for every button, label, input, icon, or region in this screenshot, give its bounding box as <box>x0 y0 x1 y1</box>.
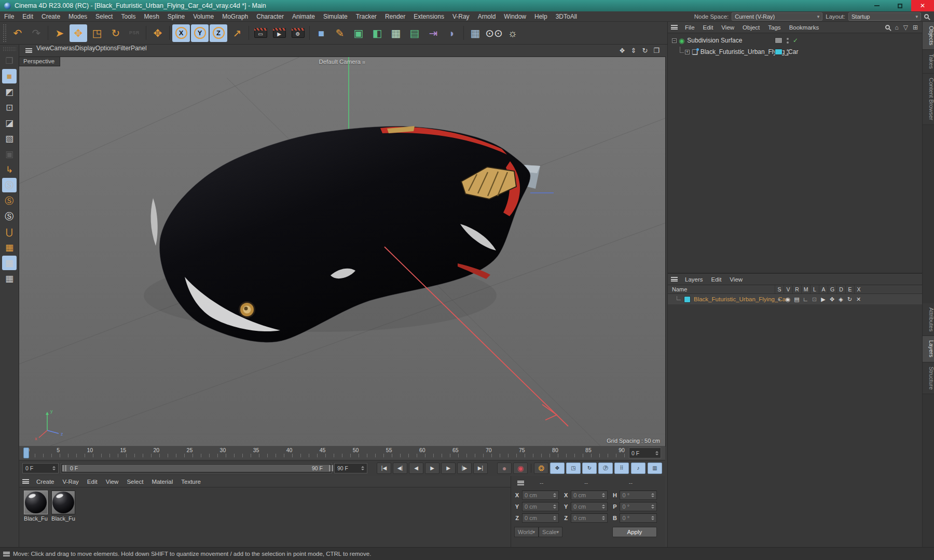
menu-item[interactable]: Select <box>91 11 117 21</box>
planar-workplane-button[interactable]: ▦ <box>2 271 17 286</box>
record-position-toggle[interactable]: ✥ <box>550 463 565 474</box>
current-frame-field[interactable]: 0 F <box>22 463 59 473</box>
menu-item[interactable]: Modes <box>64 11 91 21</box>
rotate-tool[interactable]: ↻ <box>107 24 125 42</box>
stepper-icon[interactable] <box>651 516 654 520</box>
menu-item[interactable]: Spline <box>163 11 189 21</box>
menu-item[interactable]: File <box>0 11 18 21</box>
live-selection-tool[interactable]: ➤ <box>51 24 68 42</box>
render-settings-button[interactable]: ⚙ <box>289 24 307 42</box>
menu-item[interactable]: View <box>725 274 747 285</box>
autokey-toggle[interactable]: ◉ <box>513 463 528 474</box>
play-button[interactable]: ▶ <box>425 463 439 474</box>
record-rotation-toggle[interactable]: ↻ <box>582 463 597 474</box>
model-mode-toggle[interactable]: ■ <box>2 69 17 83</box>
material-thumbnail[interactable]: Black_Fu <box>51 491 76 522</box>
next-key-button[interactable]: |▶ <box>457 463 472 474</box>
stepper-icon[interactable] <box>602 493 605 497</box>
menu-item[interactable]: V-Ray <box>59 476 83 487</box>
snap-toggle[interactable]: Ⓢ <box>2 178 17 192</box>
layout-select[interactable]: Startup ▾ <box>848 12 921 21</box>
layer-render-icon[interactable]: ▤ <box>792 294 801 304</box>
rotation-field[interactable]: 0 ° <box>620 502 656 511</box>
panel-tab[interactable]: Attributes <box>923 303 934 336</box>
size-field[interactable]: 0 cm <box>571 502 608 511</box>
polygon-mode-toggle[interactable]: ▧ <box>2 131 17 146</box>
texture-mode-toggle[interactable]: ◩ <box>2 85 17 99</box>
search-icon[interactable] <box>885 25 890 30</box>
panel-menu-icon[interactable] <box>671 25 678 30</box>
record-scale-toggle[interactable]: ◳ <box>566 463 581 474</box>
cloner-button[interactable]: ▤ <box>406 24 423 42</box>
stepper-icon[interactable] <box>553 505 556 509</box>
goto-end-button[interactable]: ▶| <box>473 463 488 474</box>
menu-item[interactable]: Mesh <box>140 11 163 21</box>
lock-y-axis-toggle[interactable]: Y <box>191 24 209 42</box>
apply-button[interactable]: Apply <box>612 527 657 537</box>
last-used-move-tool[interactable]: ✥ <box>149 24 167 42</box>
menu-item[interactable]: Cameras <box>50 45 75 57</box>
record-parameter-toggle[interactable]: Ⓟ <box>598 463 613 474</box>
lock-x-axis-toggle[interactable]: X <box>172 24 190 42</box>
panel-tab[interactable]: Objects <box>923 22 934 50</box>
menu-item[interactable]: File <box>681 22 699 33</box>
lock-z-axis-toggle[interactable]: Z <box>210 24 227 42</box>
menu-item[interactable]: Simulate <box>319 11 352 21</box>
prev-frame-button[interactable]: ◀ <box>409 463 423 474</box>
playhead[interactable] <box>23 447 29 458</box>
menu-item[interactable]: Material <box>147 476 177 487</box>
object-row-subdivision-surface[interactable]: − ◉ Subdivision Surface ✓ <box>668 35 922 46</box>
layer-manager-icon[interactable]: ∟ <box>801 294 810 304</box>
add-light-button[interactable]: ☼ <box>504 24 521 42</box>
position-field[interactable]: 0 cm <box>522 513 559 523</box>
menu-item[interactable]: Panel <box>131 45 147 57</box>
visibility-dots[interactable] <box>787 38 789 44</box>
timeline-ruler[interactable]: 051015202530354045505560657075808590 0 F <box>19 446 665 460</box>
edge-mode-toggle[interactable]: ◪ <box>2 116 17 130</box>
visibility-dots[interactable] <box>787 49 789 55</box>
menu-item[interactable]: Edit <box>18 11 37 21</box>
zoom-view-icon[interactable]: ⇕ <box>629 46 638 55</box>
layer-row[interactable]: Black_Futuristic_Urban_Flying_Car ●◉▤∟⊡▶… <box>668 294 922 304</box>
maximize-button[interactable] <box>888 0 911 11</box>
menu-item[interactable]: Edit <box>699 22 718 33</box>
node-space-select[interactable]: Current (V-Ray) ▾ <box>732 12 822 21</box>
stepper-icon[interactable] <box>553 493 556 497</box>
sound-toggle[interactable]: ♪ <box>631 463 645 474</box>
spline-pen-button[interactable]: ✎ <box>331 24 349 42</box>
keyframe-bars-toggle[interactable]: ▥ <box>648 463 662 474</box>
size-field[interactable]: 0 cm <box>571 513 608 523</box>
stepper-icon[interactable] <box>602 516 605 520</box>
collapse-icon[interactable]: − <box>672 38 677 43</box>
position-field[interactable]: 0 cm <box>522 491 559 500</box>
coord-space-select[interactable]: World ▾ <box>514 527 539 537</box>
stepper-icon[interactable] <box>651 493 654 497</box>
panel-tab[interactable]: Layers <box>923 336 934 362</box>
layer-xref-icon[interactable]: ✕ <box>854 294 863 304</box>
layer-generators-icon[interactable]: ✥ <box>828 294 836 304</box>
menu-item[interactable]: Bookmarks <box>785 22 823 33</box>
panel-menu-icon[interactable] <box>671 277 678 282</box>
menu-item[interactable]: Edit <box>83 476 102 487</box>
psr-transfer-tool[interactable]: PSR <box>126 24 143 42</box>
undo-button[interactable]: ↶ <box>9 24 26 42</box>
panel-menu-icon[interactable] <box>22 479 29 484</box>
viewport-menu-icon[interactable] <box>25 48 32 53</box>
lock-workplane-toggle[interactable]: ▦ <box>2 256 17 270</box>
subdivision-surface-button[interactable]: ▣ <box>350 24 367 42</box>
scale-tool[interactable]: ◳ <box>88 24 106 42</box>
menu-item[interactable]: 3DToAll <box>552 11 581 21</box>
menu-item[interactable]: Display <box>75 45 95 57</box>
volume-builder-button[interactable]: ▦ <box>387 24 405 42</box>
range-grip-left[interactable] <box>62 465 64 471</box>
add-floor-button[interactable]: ▦ <box>466 24 484 42</box>
redo-button[interactable]: ↷ <box>28 24 45 42</box>
menu-item[interactable]: Help <box>530 11 552 21</box>
menu-item[interactable]: MoGraph <box>218 11 252 21</box>
panel-tab[interactable]: Content Browser <box>923 74 934 125</box>
menu-item[interactable]: Volume <box>189 11 218 21</box>
menu-item[interactable]: Tracker <box>352 11 381 21</box>
add-camera-button[interactable]: ⊙⊙ <box>485 24 503 42</box>
layer-deformers-icon[interactable]: ◈ <box>836 294 845 304</box>
menu-item[interactable]: Render <box>381 11 409 21</box>
